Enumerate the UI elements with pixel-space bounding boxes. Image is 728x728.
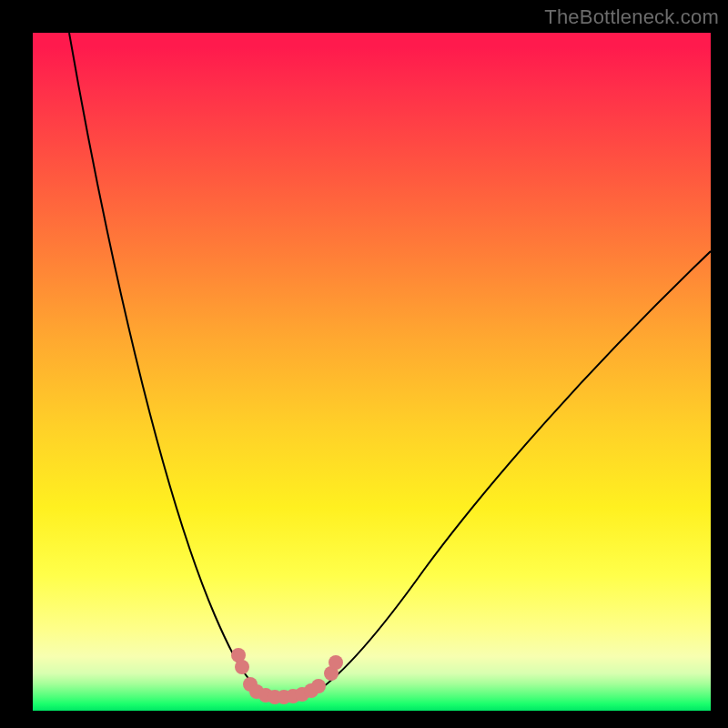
marker-dot [235, 660, 249, 674]
plot-area [33, 33, 711, 711]
curve-layer [33, 33, 711, 711]
marker-dot [329, 655, 343, 670]
marker-group [231, 648, 343, 704]
chart-frame: TheBottleneck.com [0, 0, 728, 728]
marker-dot [311, 679, 326, 693]
bottleneck-curve [69, 33, 711, 698]
watermark-text: TheBottleneck.com [544, 5, 719, 29]
